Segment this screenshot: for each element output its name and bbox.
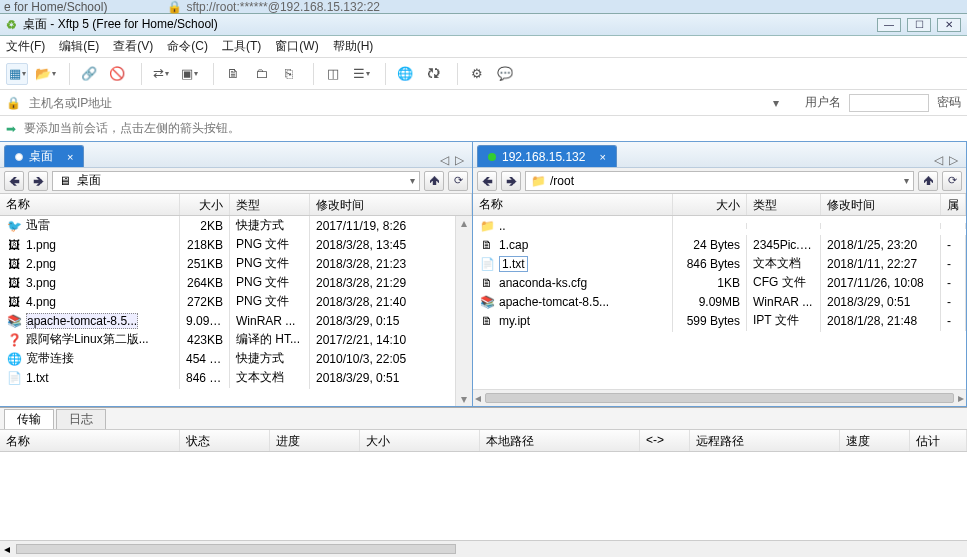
disconnect-button[interactable]: 🚫 (106, 63, 128, 85)
file-date: 2018/3/28, 21:40 (310, 292, 472, 312)
col-date[interactable]: 修改时间 (821, 194, 941, 215)
menu-edit[interactable]: 编辑(E) (59, 38, 99, 55)
remote-columns[interactable]: 名称 大小 类型 修改时间 属 (473, 194, 966, 216)
reconnect-button[interactable]: 🔗 (78, 63, 100, 85)
tc-progress[interactable]: 进度 (270, 430, 360, 451)
col-type[interactable]: 类型 (747, 194, 821, 215)
layout-button[interactable]: ◫ (322, 63, 344, 85)
file-date: 2018/1/11, 22:27 (821, 254, 941, 274)
file-date (821, 223, 941, 229)
back-button[interactable]: 🡸 (477, 171, 497, 191)
close-button[interactable]: ✕ (937, 18, 961, 32)
file-row[interactable]: 🗎anaconda-ks.cfg1KBCFG 文件2017/11/26, 10:… (473, 273, 966, 292)
file-size: 423KB (180, 330, 230, 350)
menu-tools[interactable]: 工具(T) (222, 38, 261, 55)
tc-local[interactable]: 本地路径 (480, 430, 640, 451)
tab-log[interactable]: 日志 (56, 409, 106, 429)
copy-button[interactable]: ⎘ (278, 63, 300, 85)
close-tab-icon[interactable]: × (599, 151, 605, 163)
col-type[interactable]: 类型 (230, 194, 310, 215)
menu-window[interactable]: 窗口(W) (275, 38, 318, 55)
tab-prev-icon[interactable]: ◁ (934, 153, 943, 167)
remote-pane: 192.168.15.132 × ◁▷ 🡸 🡺 📁 /root ▾ 🡹 ⟳ 名称… (472, 141, 967, 407)
close-tab-icon[interactable]: × (67, 151, 73, 163)
window-titlebar[interactable]: ♻ 桌面 - Xftp 5 (Free for Home/School) — ☐… (0, 14, 967, 36)
remote-tab[interactable]: 192.168.15.132 × (477, 145, 617, 167)
dropdown-icon[interactable]: ▾ (773, 96, 779, 110)
col-attr[interactable]: 属 (941, 194, 966, 215)
local-path-input[interactable]: 🖥 桌面 ▾ (52, 171, 420, 191)
file-icon: 🗎 (479, 275, 495, 291)
col-date[interactable]: 修改时间 (310, 194, 472, 215)
back-button[interactable]: 🡸 (4, 171, 24, 191)
username-input[interactable] (849, 94, 929, 112)
host-input[interactable] (29, 93, 765, 113)
remote-path-input[interactable]: 📁 /root ▾ (525, 171, 914, 191)
menu-view[interactable]: 查看(V) (113, 38, 153, 55)
transfer-columns[interactable]: 名称 状态 进度 大小 本地路径 <-> 远程路径 速度 估计 (0, 430, 967, 452)
col-size[interactable]: 大小 (180, 194, 230, 215)
up-button[interactable]: 🡹 (918, 171, 938, 191)
local-columns[interactable]: 名称 大小 类型 修改时间 (0, 194, 472, 216)
tc-speed[interactable]: 速度 (840, 430, 910, 451)
tc-name[interactable]: 名称 (0, 430, 180, 451)
file-row[interactable]: 📁.. (473, 216, 966, 235)
up-button[interactable]: 🡹 (424, 171, 444, 191)
menu-help[interactable]: 帮助(H) (333, 38, 374, 55)
tc-status[interactable]: 状态 (180, 430, 270, 451)
view-button[interactable]: ☰ (350, 63, 372, 85)
globe-button[interactable]: 🌐 (394, 63, 416, 85)
file-row[interactable]: 🖼4.png272KBPNG 文件2018/3/28, 21:40 (0, 292, 472, 311)
tc-remote[interactable]: 远程路径 (690, 430, 840, 451)
file-row[interactable]: 📄1.txt846 Bytes文本文档2018/3/29, 0:51 (0, 368, 472, 387)
maximize-button[interactable]: ☐ (907, 18, 931, 32)
col-name[interactable]: 名称 (0, 194, 180, 215)
tab-next-icon[interactable]: ▷ (949, 153, 958, 167)
new-file-button[interactable]: 🗎 (222, 63, 244, 85)
sync-button[interactable]: 🗘 (422, 63, 444, 85)
menu-file[interactable]: 文件(F) (6, 38, 45, 55)
file-size: 454 Bytes (180, 349, 230, 369)
minimize-button[interactable]: — (877, 18, 901, 32)
scrollbar-horizontal[interactable]: ◂ (0, 540, 967, 557)
tab-transfer[interactable]: 传输 (4, 409, 54, 429)
col-size[interactable]: 大小 (673, 194, 747, 215)
png-icon: 🖼 (6, 256, 22, 272)
new-folder-button[interactable]: 🗀 (250, 63, 272, 85)
remote-file-list[interactable]: 📁..🗎1.cap24 Bytes2345Pic.c...2018/1/25, … (473, 216, 966, 389)
new-session-button[interactable]: ▦ (6, 63, 28, 85)
dropdown-icon[interactable]: ▾ (410, 175, 415, 186)
tab-next-icon[interactable]: ▷ (455, 153, 464, 167)
file-row[interactable]: 📄1.txt846 Bytes文本文档2018/1/11, 22:27- (473, 254, 966, 273)
tc-dir[interactable]: <-> (640, 430, 690, 451)
file-row[interactable]: 📚apache-tomcat-8.5...9.09MBWinRAR ...201… (473, 292, 966, 311)
app-icon: ♻ (6, 18, 17, 32)
tab-prev-icon[interactable]: ◁ (440, 153, 449, 167)
local-tab[interactable]: 桌面 × (4, 145, 84, 167)
local-file-list[interactable]: 🐦迅雷2KB快捷方式2017/11/19, 8:26🖼1.png218KBPNG… (0, 216, 472, 406)
refresh-button[interactable]: ⟳ (448, 171, 468, 191)
help-button[interactable]: 💬 (494, 63, 516, 85)
file-row[interactable]: 🗎1.cap24 Bytes2345Pic.c...2018/1/25, 23:… (473, 235, 966, 254)
menu-command[interactable]: 命令(C) (167, 38, 208, 55)
settings-button[interactable]: ⚙ (466, 63, 488, 85)
file-name: 1.cap (499, 238, 528, 252)
col-name[interactable]: 名称 (473, 194, 673, 215)
play-button[interactable]: ▣ (178, 63, 200, 85)
scrollbar-horizontal[interactable]: ◂▸ (473, 389, 966, 406)
file-row[interactable]: 🗎my.ipt599 BytesIPT 文件2018/1/28, 21:48- (473, 311, 966, 330)
forward-button[interactable]: 🡺 (28, 171, 48, 191)
dropdown-icon[interactable]: ▾ (904, 175, 909, 186)
tc-size[interactable]: 大小 (360, 430, 480, 451)
local-pane: 桌面 × ◁▷ 🡸 🡺 🖥 桌面 ▾ 🡹 ⟳ 名称 大小 类型 修改时间 🐦迅雷… (0, 141, 473, 407)
arrow-icon[interactable]: ➡ (6, 122, 16, 136)
tc-eta[interactable]: 估计 (910, 430, 967, 451)
desktop-icon: 🖥 (57, 173, 73, 189)
open-button[interactable]: 📂 (34, 63, 56, 85)
forward-button[interactable]: 🡺 (501, 171, 521, 191)
file-name: 4.png (26, 295, 56, 309)
transfer-list[interactable] (0, 452, 967, 492)
refresh-button[interactable]: ⟳ (942, 171, 962, 191)
transfer-button[interactable]: ⇄ (150, 63, 172, 85)
scrollbar-vertical[interactable]: ▴▾ (455, 216, 472, 406)
